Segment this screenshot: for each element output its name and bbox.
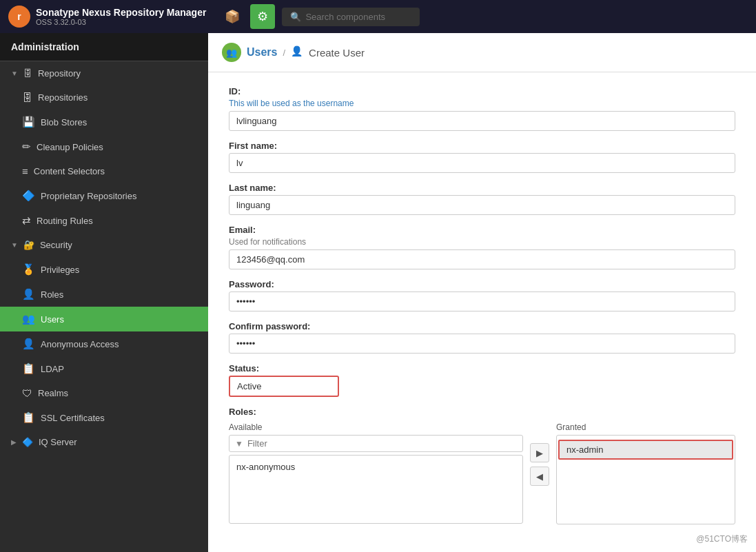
field-status: Status: Active Disabled [229,363,735,397]
sidebar-group-security-header[interactable]: ▼ 🔐 Security [0,233,208,257]
watermark: @51CTO博客 [696,533,748,545]
anonymous-icon: 👤 [22,338,35,350]
roles-section: Roles: Available ▼ nx-anonymous [229,407,735,524]
breadcrumb: 👥 Users / 👤 Create User [208,33,756,72]
sidebar-group-iq-header[interactable]: ▶ 🔷 IQ Server [0,430,208,454]
sidebar-item-anonymous-access[interactable]: 👤 Anonymous Access [0,331,208,356]
sidebar-item-realms[interactable]: 🛡 Realms [0,381,208,405]
lastname-label: Last name: [229,183,735,193]
search-input[interactable] [305,12,411,22]
granted-label: Granted [556,422,735,432]
navbar: r Sonatype Nexus Repository Manager OSS … [0,0,756,33]
sidebar-item-ldap[interactable]: 📋 LDAP [0,356,208,381]
available-roles-list: nx-anonymous [229,455,523,524]
app-version: OSS 3.32.0-03 [36,18,206,26]
email-label: Email: [229,225,735,235]
search-bar[interactable]: 🔍 [282,8,420,26]
filter-wrapper[interactable]: ▼ [229,435,523,452]
anonymous-label: Anonymous Access [41,339,119,349]
sidebar-item-proprietary-repos[interactable]: 🔷 Proprietary Repositories [0,183,208,208]
browse-icon[interactable]: 📦 [220,4,245,29]
sidebar-item-privileges[interactable]: 🏅 Privileges [0,257,208,282]
id-label: ID: [229,86,735,96]
email-input[interactable] [229,249,735,269]
list-item[interactable]: nx-anonymous [229,458,522,476]
sidebar-item-repositories[interactable]: 🗄 Repositories [0,85,208,110]
triangle-icon-iq: ▶ [11,438,17,446]
main-layout: Administration ▼ 🗄 Repository 🗄 Reposito… [0,33,756,552]
repositories-label: Repositories [38,92,88,103]
breadcrumb-separator: / [283,48,285,58]
repositories-icon: 🗄 [22,92,32,103]
repository-group-icon: 🗄 [23,68,32,79]
filter-icon: ▼ [235,439,243,449]
field-email: Email: Used for notifications [229,225,735,269]
firstname-label: First name: [229,141,735,151]
breadcrumb-action-label: Create User [309,47,365,59]
breadcrumb-section-icon: 👥 [222,43,241,62]
password-label: Password: [229,279,735,289]
filter-input[interactable] [247,438,517,449]
granted-panel: Granted nx-admin [556,422,735,524]
email-hint: Used for notifications [229,237,735,247]
settings-icon[interactable]: ⚙ [250,4,275,29]
roles-label: Roles [41,289,63,300]
granted-list-item[interactable]: nx-admin [558,440,733,460]
roles-icon: 👤 [22,288,35,300]
sidebar-item-content-selectors[interactable]: ≡ Content Selectors [0,159,208,183]
brand: r Sonatype Nexus Repository Manager OSS … [8,6,206,28]
cleanup-icon: ✏ [22,141,31,153]
content-selectors-icon: ≡ [22,165,28,177]
field-confirm-password: Confirm password: [229,321,735,354]
sidebar: Administration ▼ 🗄 Repository 🗄 Reposito… [0,33,208,552]
status-select[interactable]: Active Disabled [229,376,339,397]
lastname-input[interactable] [229,195,735,215]
firstname-input[interactable] [229,153,735,173]
id-hint: This will be used as the username [229,99,735,108]
field-firstname: First name: [229,141,735,173]
roles-section-label: Roles: [229,407,735,417]
users-label: Users [41,314,64,325]
status-label: Status: [229,363,735,374]
breadcrumb-action-icon: 👤 [291,45,305,59]
realms-label: Realms [38,388,68,398]
sidebar-item-cleanup-policies[interactable]: ✏ Cleanup Policies [0,134,208,159]
privileges-icon: 🏅 [22,263,35,276]
remove-role-button[interactable]: ◀ [530,467,549,486]
password-input[interactable] [229,292,735,311]
privileges-label: Privileges [41,265,79,275]
sidebar-group-repository-header[interactable]: ▼ 🗄 Repository [0,61,208,85]
roles-layout: Available ▼ nx-anonymous ▶ ◀ [229,422,735,524]
sidebar-item-routing-rules[interactable]: ⇄ Routing Rules [0,208,208,233]
triangle-icon-security: ▼ [11,241,18,249]
field-id: ID: This will be used as the username [229,86,735,131]
ssl-label: SSL Certificates [41,413,105,423]
repository-group-label: Repository [38,68,81,79]
ldap-icon: 📋 [22,362,35,375]
ldap-label: LDAP [41,364,64,374]
triangle-icon: ▼ [11,70,18,77]
app-name: Sonatype Nexus Repository Manager [36,7,206,18]
add-role-button[interactable]: ▶ [530,443,549,462]
sidebar-item-roles[interactable]: 👤 Roles [0,282,208,307]
app-logo: r [8,6,30,28]
sidebar-group-security: ▼ 🔐 Security 🏅 Privileges 👤 Roles 👥 User… [0,233,208,430]
routing-label: Routing Rules [37,216,93,226]
field-lastname: Last name: [229,183,735,215]
iq-group-icon: 🔷 [22,437,33,447]
proprietary-icon: 🔷 [22,190,35,202]
sidebar-item-blob-stores[interactable]: 💾 Blob Stores [0,110,208,134]
users-icon: 👥 [22,313,35,325]
sidebar-item-users[interactable]: 👥 Users [0,307,208,331]
realms-icon: 🛡 [22,387,32,399]
sidebar-item-ssl-certificates[interactable]: 📋 SSL Certificates [0,405,208,430]
ssl-icon: 📋 [22,411,35,424]
status-select-wrapper: Active Disabled [229,376,735,397]
content-selectors-label: Content Selectors [34,166,105,176]
confirm-password-input[interactable] [229,334,735,354]
breadcrumb-section-link[interactable]: Users [247,46,277,59]
sidebar-group-repository: ▼ 🗄 Repository 🗄 Repositories 💾 Blob Sto… [0,61,208,233]
sidebar-group-iq: ▶ 🔷 IQ Server [0,430,208,454]
id-input[interactable] [229,111,735,131]
sidebar-header: Administration [0,33,208,61]
